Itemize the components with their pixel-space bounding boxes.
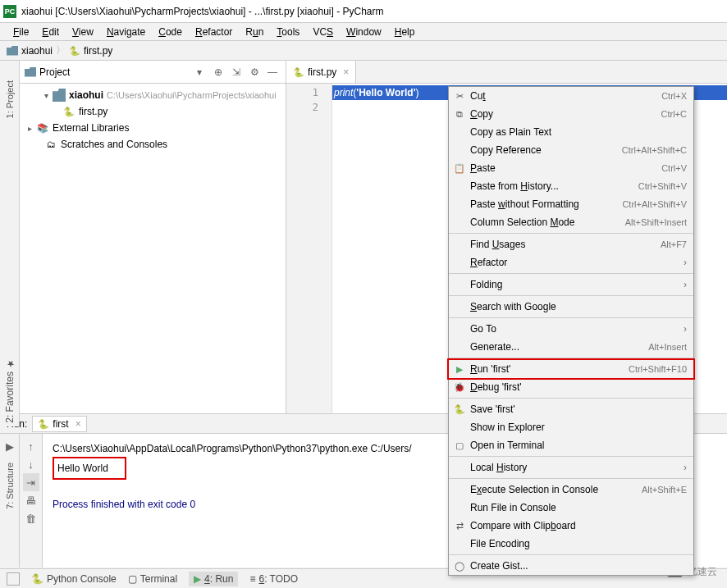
locate-button[interactable]: ⊕ [210,64,226,80]
ctx-label: Open in Terminal [467,440,687,451]
hide-button[interactable]: — [264,64,281,80]
ctx-copy-reference[interactable]: Copy ReferenceCtrl+Alt+Shift+C [449,141,693,159]
ctx-compare-with-clipboard[interactable]: ⇄Compare with Clipboard [449,517,693,535]
ctx-debug-first[interactable]: 🐞Debug 'first' [449,378,693,396]
ctx-open-in-terminal[interactable]: ▢Open in Terminal [449,436,693,454]
project-dropdown-icon[interactable]: ▾ [197,66,202,78]
project-panel-header: Project ▾ ⊕ ⇲ ⚙ — [20,61,286,84]
ctx-paste[interactable]: 📋PasteCtrl+V [449,159,693,177]
print-button[interactable]: 🖶 [23,491,39,509]
python-file-icon [69,45,80,57]
py-icon: 🐍 [452,404,467,415]
ctx-folding[interactable]: Folding› [449,276,693,294]
close-icon[interactable]: × [75,418,81,430]
menu-tools[interactable]: Tools [270,25,306,39]
terminal-icon: ▢ [128,573,137,585]
close-icon[interactable]: × [343,66,349,78]
todo-icon: ≡ [249,573,255,585]
ctx-run-file-in-console[interactable]: Run File in Console [449,499,693,517]
ctx-label: Copy Reference [467,144,622,156]
breadcrumb-file[interactable]: first.py [69,45,112,57]
menu-file[interactable]: File [7,25,35,39]
settings-gear-icon[interactable]: ⚙ [246,64,263,80]
ctx-paste-from-history[interactable]: Paste from History...Ctrl+Shift+V [449,177,693,195]
ctx-label: File Encoding [467,538,687,549]
clear-button[interactable]: 🗑 [23,509,39,527]
ctx-go-to[interactable]: Go To› [449,320,693,338]
python-file-icon [38,418,49,430]
ctx-execute-selection-in-console[interactable]: Execute Selection in ConsoleAlt+Shift+E [449,481,693,499]
ctx-search-with-google[interactable]: Search with Google [449,298,693,316]
ctx-find-usages[interactable]: Find UsagesAlt+F7 [449,235,693,253]
status-python-console[interactable]: 🐍 Python Console [31,573,117,585]
status-todo-label: 6: TODO [258,573,298,585]
project-tree: ▾ xiaohui C:\Users\Xiaohui\PycharmProjec… [20,84,286,413]
menu-refactor[interactable]: Refactor [189,25,239,39]
tree-ext-libs[interactable]: ▸ External Libraries [20,120,286,136]
submenu-arrow-icon: › [684,462,687,473]
ctx-shortcut: Alt+F7 [661,239,687,249]
ctx-show-in-explorer[interactable]: Show in Explorer [449,418,693,436]
status-corner-button[interactable] [7,572,20,586]
ctx-file-encoding[interactable]: File Encoding [449,535,693,553]
status-run[interactable]: ▶ 4: Run [189,572,238,586]
project-panel-title: Project [39,66,197,78]
down-button[interactable]: ↓ [23,455,39,473]
ctx-copy-as-plain-text[interactable]: Copy as Plain Text [449,123,693,141]
ctx-label: Paste without Formatting [467,198,622,210]
ctx-column-selection-mode[interactable]: Column Selection ModeAlt+Shift+Insert [449,213,693,231]
window-title: xiaohui [C:\Users\Xiaohui\PycharmProject… [21,6,384,17]
up-button[interactable]: ↑ [23,437,39,455]
tree-root-folder[interactable]: ▾ xiaohui C:\Users\Xiaohui\PycharmProjec… [20,87,286,103]
ctx-shortcut: Alt+Shift+E [642,485,687,495]
breadcrumb-folder-label: xiaohui [21,45,53,57]
editor-tab-first[interactable]: first.py × [286,61,356,83]
diff-icon: ⇄ [452,521,467,531]
line-number: 2 [286,100,331,115]
output-hello: Hello World [53,457,126,480]
status-run-label: 4: Run [204,573,233,585]
wrap-button[interactable]: ⇥ [23,473,39,491]
play-icon: ▶ [194,573,201,585]
ctx-create-gist[interactable]: ◯Create Gist... [449,557,693,575]
menu-help[interactable]: Help [388,25,422,39]
run-tab-first[interactable]: first × [32,416,86,432]
menu-code[interactable]: Code [152,25,189,39]
breadcrumb-folder[interactable]: xiaohui [7,45,53,57]
ctx-cut[interactable]: ✂CutCtrl+X [449,87,693,105]
menu-window[interactable]: Window [340,25,388,39]
ctx-generate[interactable]: Generate...Alt+Insert [449,338,693,356]
tree-file-label: first.py [79,106,107,117]
chevron-right-icon: ▸ [28,124,36,133]
ctx-copy[interactable]: ⧉CopyCtrl+C [449,105,693,123]
rerun-button[interactable]: ▶ [2,437,18,455]
ctx-label: Find Usages [467,239,661,250]
ctx-paste-without-formatting[interactable]: Paste without FormattingCtrl+Alt+Shift+V [449,195,693,213]
sidebar-project-tab[interactable]: 1: Project [5,77,15,121]
copy-icon: ⧉ [452,109,467,120]
status-terminal[interactable]: ▢ Terminal [128,573,177,585]
tree-file-first[interactable]: first.py [20,103,286,120]
ctx-label: Local History [467,462,684,473]
pycharm-icon: PC [3,5,16,18]
ctx-label: Paste from History... [467,180,638,192]
breadcrumb-bar: xiaohui 〉 first.py [0,41,727,61]
sidebar-structure-tab[interactable]: 7: Structure [5,459,15,513]
ctx-local-history[interactable]: Local History› [449,458,693,476]
menu-view[interactable]: View [66,25,100,39]
collapse-button[interactable]: ⇲ [228,64,245,80]
library-icon [36,121,49,134]
status-todo[interactable]: ≡ 6: TODO [249,573,298,585]
sidebar-favorites-tab[interactable]: 2: Favorites ★ [4,355,16,426]
ctx-refactor[interactable]: Refactor› [449,253,693,271]
menu-edit[interactable]: Edit [35,25,66,39]
ctx-save-first[interactable]: 🐍Save 'first' [449,400,693,418]
cut-icon: ✂ [452,91,467,102]
play-icon: ▶ [452,364,467,375]
ctx-run-first[interactable]: ▶Run 'first'Ctrl+Shift+F10 [449,360,693,378]
menu-vcs[interactable]: VCS [306,25,340,39]
menu-navigate[interactable]: Navigate [100,25,152,39]
menu-run[interactable]: Run [239,25,270,39]
tree-scratches[interactable]: Scratches and Consoles [20,136,286,153]
ctx-shortcut: Ctrl+C [661,109,687,119]
